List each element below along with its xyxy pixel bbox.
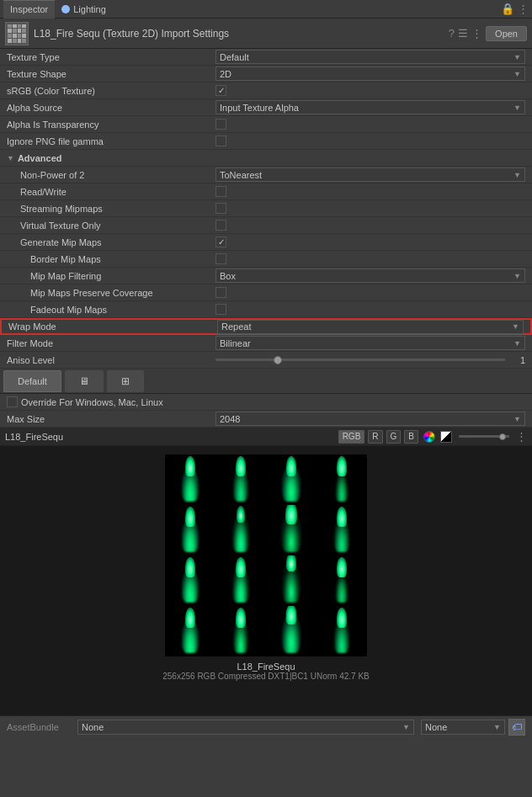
alpha-source-row: Alpha Source Input Texture Alpha ▼ bbox=[0, 99, 532, 116]
fire-cell-7 bbox=[266, 505, 317, 555]
streaming-mipmaps-checkbox[interactable] bbox=[215, 203, 226, 214]
alpha-source-value: Input Texture Alpha ▼ bbox=[215, 100, 525, 114]
tab-lighting[interactable]: Lighting bbox=[55, 0, 113, 19]
override-checkbox[interactable] bbox=[7, 396, 18, 407]
fire-cell-13 bbox=[165, 606, 215, 656]
ignore-png-value bbox=[215, 135, 525, 146]
mip-map-filtering-dropdown[interactable]: Box ▼ bbox=[215, 268, 525, 283]
channel-b-button[interactable]: B bbox=[404, 430, 418, 444]
preview-filename: L18_FireSequ bbox=[237, 662, 295, 672]
chevron-down-icon: ▼ bbox=[493, 723, 501, 731]
srgb-label: sRGB (Color Texture) bbox=[7, 86, 215, 96]
filter-mode-dropdown[interactable]: Bilinear ▼ bbox=[215, 336, 525, 350]
chevron-down-icon: ▼ bbox=[513, 272, 521, 280]
fire-cell-1 bbox=[165, 454, 215, 505]
virtual-texture-checkbox[interactable] bbox=[215, 220, 226, 231]
chevron-down-icon: ▼ bbox=[513, 171, 521, 179]
fire-cell-4 bbox=[317, 454, 367, 505]
alpha-source-label: Alpha Source bbox=[7, 103, 215, 113]
help-icon[interactable]: ? bbox=[449, 27, 455, 40]
more-options-icon[interactable]: ⋮ bbox=[516, 430, 527, 443]
border-mip-maps-value bbox=[215, 253, 525, 264]
asset-icon bbox=[5, 22, 29, 45]
channel-rgb-button[interactable]: RGB bbox=[338, 430, 365, 444]
chevron-down-icon: ▼ bbox=[513, 339, 521, 348]
chevron-down-icon: ▼ bbox=[512, 322, 519, 331]
fadeout-mip-maps-label: Fadeout Mip Maps bbox=[7, 305, 215, 315]
flame-1 bbox=[176, 458, 205, 502]
more-icon[interactable]: ⋮ bbox=[518, 3, 529, 15]
title-buttons: ? ☰ ⋮ Open bbox=[449, 26, 527, 41]
lighting-tab-label: Lighting bbox=[73, 4, 106, 14]
flame-12 bbox=[327, 559, 356, 603]
flame-9 bbox=[176, 559, 205, 603]
read-write-checkbox[interactable] bbox=[215, 186, 226, 197]
alpha-transparency-checkbox[interactable] bbox=[215, 119, 226, 130]
streaming-mipmaps-value bbox=[215, 203, 525, 214]
aniso-slider-track[interactable] bbox=[215, 359, 505, 361]
filter-mode-row: Filter Mode Bilinear ▼ bbox=[0, 335, 532, 352]
mip-map-filtering-row: Mip Map Filtering Box ▼ bbox=[0, 268, 532, 284]
aniso-slider-thumb[interactable] bbox=[274, 356, 282, 364]
android-icon: ⊞ bbox=[121, 375, 130, 387]
mip-maps-preserve-value bbox=[215, 287, 525, 298]
zoom-slider[interactable] bbox=[459, 435, 509, 438]
assetbundle-left-dropdown[interactable]: None ▼ bbox=[77, 720, 414, 735]
texture-type-label: Texture Type bbox=[7, 52, 215, 62]
mip-maps-preserve-checkbox[interactable] bbox=[215, 287, 226, 298]
section-arrow-icon: ▼ bbox=[7, 154, 14, 162]
generate-mip-maps-value bbox=[215, 236, 525, 247]
mip-map-filtering-value: Box ▼ bbox=[215, 268, 525, 283]
border-mip-maps-checkbox[interactable] bbox=[215, 253, 226, 264]
lock-icon[interactable]: 🔒 bbox=[501, 3, 514, 15]
non-power-of-2-label: Non-Power of 2 bbox=[7, 170, 215, 180]
inspector-tab-label: Inspector bbox=[10, 4, 48, 14]
non-power-of-2-row: Non-Power of 2 ToNearest ▼ bbox=[0, 167, 532, 183]
border-mip-maps-label: Border Mip Maps bbox=[7, 254, 215, 264]
aniso-slider[interactable]: 1 bbox=[215, 355, 525, 365]
virtual-texture-value bbox=[215, 220, 525, 231]
advanced-section-header[interactable]: ▼ Advanced bbox=[0, 150, 532, 167]
streaming-mipmaps-row: Streaming Mipmaps bbox=[0, 200, 532, 217]
platform-tab-default-label: Default bbox=[18, 376, 47, 386]
texture-type-dropdown[interactable]: Default ▼ bbox=[215, 50, 525, 64]
alpha-transparency-value bbox=[215, 119, 525, 130]
aniso-level-label: Aniso Level bbox=[7, 355, 215, 365]
platform-tab-windows[interactable]: 🖥 bbox=[65, 370, 104, 392]
alpha-icon[interactable] bbox=[440, 431, 452, 443]
zoom-slider-thumb[interactable] bbox=[499, 433, 506, 440]
wrap-mode-value: Repeat ▼ bbox=[217, 320, 524, 334]
aniso-slider-value: 1 bbox=[508, 355, 525, 365]
ignore-png-row: Ignore PNG file gamma bbox=[0, 133, 532, 150]
srgb-checkbox[interactable] bbox=[215, 85, 226, 96]
assetbundle-icon-button[interactable]: 🏷 bbox=[508, 719, 525, 736]
texture-shape-dropdown[interactable]: 2D ▼ bbox=[215, 66, 525, 81]
more-options-icon[interactable]: ⋮ bbox=[471, 27, 482, 40]
preview-area: L18_FireSequ 256x256 RGB Compressed DXT1… bbox=[0, 446, 532, 715]
generate-mip-maps-checkbox[interactable] bbox=[215, 236, 226, 247]
advanced-section-label: Advanced bbox=[18, 153, 62, 163]
platform-tab-android[interactable]: ⊞ bbox=[107, 370, 144, 392]
override-label: Override For Windows, Mac, Linux bbox=[21, 397, 163, 407]
assetbundle-right-dropdown[interactable]: None ▼ bbox=[421, 720, 505, 735]
flame-5 bbox=[176, 508, 205, 552]
alpha-source-dropdown[interactable]: Input Texture Alpha ▼ bbox=[215, 100, 525, 114]
flame-7 bbox=[277, 508, 306, 552]
fadeout-mip-maps-checkbox[interactable] bbox=[215, 304, 226, 315]
wrap-mode-dropdown[interactable]: Repeat ▼ bbox=[217, 320, 524, 334]
open-button[interactable]: Open bbox=[486, 26, 527, 41]
streaming-mipmaps-label: Streaming Mipmaps bbox=[7, 204, 215, 214]
tag-icon: 🏷 bbox=[512, 721, 522, 733]
flame-8 bbox=[327, 508, 356, 552]
presets-icon[interactable]: ☰ bbox=[458, 27, 468, 40]
max-size-dropdown[interactable]: 2048 ▼ bbox=[215, 412, 525, 426]
platform-tab-default[interactable]: Default bbox=[3, 370, 61, 392]
ignore-png-checkbox[interactable] bbox=[215, 135, 226, 146]
color-wheel-icon[interactable] bbox=[423, 431, 435, 443]
fire-cell-14 bbox=[215, 606, 266, 656]
channel-r-button[interactable]: R bbox=[368, 430, 382, 444]
non-power-of-2-dropdown[interactable]: ToNearest ▼ bbox=[215, 167, 525, 182]
platform-tabs: Default 🖥 ⊞ bbox=[0, 369, 532, 394]
channel-g-button[interactable]: G bbox=[386, 430, 402, 444]
tab-inspector[interactable]: Inspector bbox=[3, 0, 55, 19]
